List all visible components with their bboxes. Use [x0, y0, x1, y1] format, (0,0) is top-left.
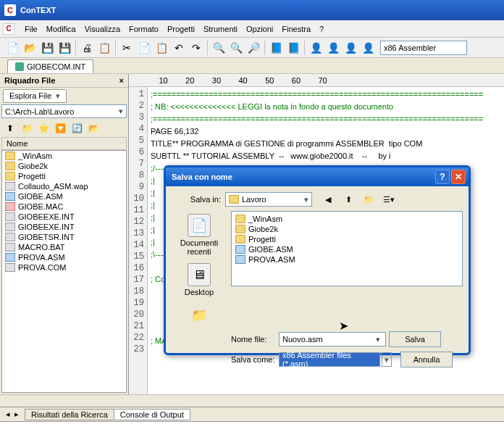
- list-item[interactable]: Giobe2k: [234, 224, 460, 234]
- file-list: _WinAsmGiobe2kProgettiCollaudo_ASM.wapGI…: [1, 150, 127, 393]
- back-icon[interactable]: ◀: [321, 192, 335, 207]
- list-item[interactable]: GIOBE.ASM: [2, 191, 126, 202]
- save-button[interactable]: Salva: [389, 331, 441, 347]
- list-item[interactable]: PROVA.ASM: [2, 252, 126, 262]
- list-item[interactable]: Collaudo_ASM.wap: [2, 181, 126, 191]
- panel-toolbar: ⬆ 📁 ⭐ 🔽 🔄 📂: [0, 120, 128, 137]
- filter-icon[interactable]: 🔽: [53, 121, 67, 136]
- find-next-icon[interactable]: 🔍: [228, 40, 244, 56]
- window-titlebar: C ConTEXT: [0, 0, 504, 20]
- list-item[interactable]: GIOBETSR.INT: [2, 232, 126, 242]
- refresh-icon[interactable]: 🔄: [70, 121, 84, 136]
- list-item[interactable]: _WinAsm: [2, 151, 126, 161]
- user3-icon[interactable]: 👤: [343, 40, 358, 56]
- app-menu-icon[interactable]: C: [3, 23, 14, 35]
- tab-search-results[interactable]: Risultati della Ricerca: [25, 409, 114, 420]
- preview-icon[interactable]: 📋: [96, 40, 112, 56]
- chevron-down-icon[interactable]: ▾: [382, 352, 392, 367]
- bottom-tab-bar: ◂ ▸ Risultati della Ricerca Console di O…: [0, 407, 504, 421]
- menu-projects[interactable]: Progetti: [163, 23, 199, 35]
- file-panel: Riquadro File × Esplora File ▾ C:\Arch-L…: [0, 74, 129, 394]
- bookmark-icon[interactable]: 📘: [268, 40, 284, 56]
- menu-window[interactable]: Finestra: [277, 23, 315, 35]
- menu-file[interactable]: File: [20, 23, 42, 35]
- list-item[interactable]: PROVA.COM: [2, 262, 126, 273]
- list-item[interactable]: PROVA.ASM: [234, 254, 460, 265]
- open-icon[interactable]: 📂: [22, 40, 38, 56]
- sidebar-desktop[interactable]: 🖥 Desktop: [172, 260, 227, 299]
- bookmark-next-icon[interactable]: 📘: [285, 40, 301, 56]
- dialog-file-list[interactable]: _WinAsmGiobe2kProgettiGIOBE.ASMPROVA.ASM: [231, 211, 463, 286]
- find-icon[interactable]: 🔍: [211, 40, 227, 56]
- paste-icon[interactable]: 📋: [154, 40, 169, 56]
- chevron-right-icon[interactable]: ▸: [14, 410, 19, 419]
- save-icon[interactable]: 💾: [39, 40, 55, 56]
- path-field[interactable]: C:\Arch-Lab\Lavoro ▾: [1, 104, 127, 118]
- menu-help[interactable]: ?: [315, 23, 328, 35]
- chevron-down-icon[interactable]: ▾: [304, 195, 308, 204]
- favorite-icon[interactable]: ⭐: [36, 121, 51, 136]
- filename-input[interactable]: [279, 332, 386, 346]
- save-all-icon[interactable]: 💾: [56, 40, 72, 56]
- sidebar-more[interactable]: 📁: [172, 301, 227, 331]
- chevron-down-icon[interactable]: ▾: [56, 91, 60, 101]
- chevron-left-icon[interactable]: ◂: [6, 410, 10, 419]
- chevron-down-icon[interactable]: ▾: [376, 335, 380, 344]
- dialog-title: Salva con nome: [172, 173, 232, 181]
- user4-icon[interactable]: 👤: [360, 40, 376, 56]
- undo-icon[interactable]: ↶: [171, 40, 187, 56]
- redo-icon[interactable]: ↷: [188, 40, 204, 56]
- cancel-button[interactable]: Annulla: [400, 352, 453, 367]
- file-tab-bar: GIOBECOM.INT: [0, 58, 504, 74]
- view-icon[interactable]: ☰▾: [382, 192, 396, 207]
- list-item[interactable]: MACRO.BAT: [2, 242, 126, 252]
- saveas-select[interactable]: x86 Assembler files (*.asm): [279, 352, 380, 367]
- column-header[interactable]: Nome: [1, 137, 127, 150]
- close-icon[interactable]: ✕: [451, 170, 466, 184]
- cut-icon[interactable]: ✂: [119, 40, 135, 56]
- copy-icon[interactable]: 📄: [136, 40, 152, 56]
- menu-format[interactable]: Formato: [125, 23, 163, 35]
- file-tab[interactable]: GIOBECOM.INT: [7, 59, 93, 73]
- tab-output-console[interactable]: Console di Output: [114, 409, 190, 420]
- file-icon: [5, 182, 15, 191]
- new-file-icon[interactable]: 📄: [4, 40, 20, 56]
- folder-icon[interactable]: 📁: [20, 121, 34, 136]
- list-item[interactable]: GIOBEEXE.INT: [2, 222, 126, 232]
- panel-tab[interactable]: Esplora File ▾: [3, 89, 67, 103]
- file-icon: [235, 215, 245, 223]
- menu-edit[interactable]: Modifica: [42, 23, 80, 35]
- list-item[interactable]: _WinAsm: [234, 214, 460, 224]
- list-item[interactable]: Giobe2k: [2, 161, 126, 171]
- help-icon[interactable]: ?: [435, 170, 450, 184]
- print-icon[interactable]: 🖨: [79, 40, 95, 56]
- save-in-select[interactable]: Lavoro ▾: [225, 192, 312, 207]
- h-scrollbar[interactable]: [0, 394, 504, 407]
- menu-view[interactable]: Visualizza: [80, 23, 125, 35]
- highlighter-select[interactable]: [380, 41, 467, 55]
- sidebar-recent[interactable]: 📄 Documenti recenti: [172, 211, 227, 259]
- file-icon: [5, 202, 15, 211]
- chevron-down-icon[interactable]: ▾: [119, 107, 123, 116]
- save-dialog: Salva con nome ? ✕ Salva in: Lavoro ▾ ◀ …: [164, 165, 471, 355]
- menu-tools[interactable]: Strumenti: [199, 23, 242, 35]
- list-item[interactable]: GIOBE.ASM: [234, 244, 460, 254]
- app-icon: C: [4, 4, 16, 16]
- user2-icon[interactable]: 👤: [325, 40, 341, 56]
- list-item[interactable]: Progetti: [234, 234, 460, 244]
- menu-options[interactable]: Opzioni: [242, 23, 277, 35]
- user1-icon[interactable]: 👤: [308, 40, 324, 56]
- panel-title: Riquadro File: [4, 76, 55, 85]
- close-icon[interactable]: ×: [119, 76, 124, 85]
- list-item[interactable]: GIOBE.MAC: [2, 202, 126, 212]
- file-icon: [5, 151, 15, 160]
- new-folder-icon[interactable]: 📁: [361, 192, 376, 207]
- up-icon[interactable]: ⬆: [3, 121, 17, 136]
- explorer-icon[interactable]: 📂: [86, 121, 101, 136]
- list-item[interactable]: GIOBEEXE.INT: [2, 212, 126, 222]
- list-item[interactable]: Progetti: [2, 171, 126, 181]
- replace-icon[interactable]: 🔎: [245, 40, 261, 56]
- file-icon: [5, 212, 15, 221]
- file-tab-icon: [15, 62, 24, 71]
- up-icon[interactable]: ⬆: [341, 192, 356, 207]
